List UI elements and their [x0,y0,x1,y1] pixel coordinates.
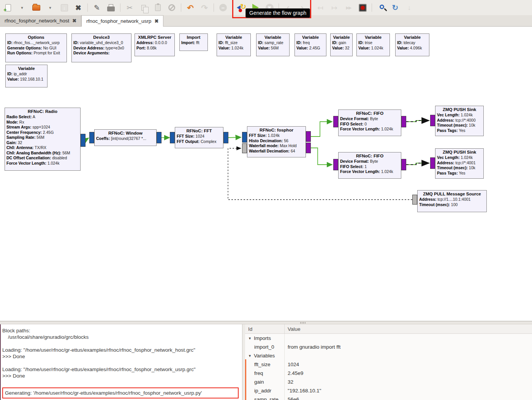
new-file-icon[interactable]: + [3,3,13,13]
close-tab-icon[interactable]: ✖ [154,18,158,24]
row-id: samp_rate [254,397,279,400]
flowgraph-canvas[interactable]: OptionsID: rfnoc_fos..._network_usrpGene… [0,27,532,321]
block-variable-samp-rate[interactable]: VariableID: samp_rateValue: 56M [256,33,290,56]
new-file-dropdown-icon[interactable]: ▾ [17,3,27,13]
undo-icon[interactable]: ↶ [185,3,195,13]
print-icon[interactable] [106,3,116,13]
plus-glyph: + [3,7,7,13]
block-variable-freq[interactable]: VariableID: freqValue: 2.45G [294,33,326,56]
block-title: Import [181,35,206,40]
block-zmq-pull-message-source[interactable]: ZMQ PULL Message SourceAddress: tcp://1.… [417,190,487,212]
gray-port[interactable] [412,195,417,205]
purple-port[interactable] [333,116,338,127]
table-row[interactable]: ▼Variables [245,351,532,360]
variables-scrollbar[interactable] [245,359,246,400]
block-rfnoc-fifo-1[interactable]: RFNoC: FIFODevice Format: ByteFIFO Selec… [338,152,401,179]
block-import[interactable]: ImportImport: fft [179,33,208,51]
block-param: Value: 2.45G [296,46,325,51]
purple-port[interactable] [401,159,406,170]
blue-port[interactable] [223,132,228,143]
fifo-connection-dash[interactable] [406,163,429,165]
edit-icon[interactable]: ✎ [92,3,102,13]
table-row[interactable]: fft_size1024 [245,360,532,369]
table-row[interactable]: ▼Imports [245,334,532,343]
stream-connection[interactable] [86,138,89,140]
row-id: Imports [254,335,271,341]
block-zmq-push-sink-0[interactable]: ZMQ PUSH SinkVec Length: 1.024kAddress: … [435,106,484,136]
reload-icon[interactable]: ↻ [390,3,400,13]
block-variable-gain[interactable]: VariableID: gainValue: 32 [330,33,353,56]
block-device3[interactable]: Device3ID: variable_uhd_device3_0Device … [71,33,131,62]
block-rfnoc-fft[interactable]: RFNoC: FFTFFT Size: 1024FFT Output: Comp… [175,127,223,148]
tab-rfnoc_fosphor_network_usrp[interactable]: rfnoc_fosphor_network_usrp✖ [81,15,163,27]
purple-port[interactable] [333,159,338,170]
block-title: RFNoC: FIFO [340,111,399,116]
block-variable-fft-size[interactable]: VariableID: fft_sizeValue: 1.024k [217,33,251,56]
search-icon[interactable] [376,3,386,13]
table-row[interactable]: gain32 [245,378,532,386]
param-label: Value: [258,46,270,50]
gray-port[interactable] [242,143,247,153]
stream-connection[interactable] [228,137,241,138]
block-zmq-push-sink-1[interactable]: ZMQ PUSH SinkVec Length: 1.024kAddress: … [435,148,484,179]
block-rfnoc-radio[interactable]: RFNoC: RadioRadio Select: AMode: RxStrea… [5,108,81,171]
block-param: FIFO Select: 0 [340,122,399,127]
block-param: Force Vector Length: 1.024k [340,169,399,175]
expander-triangle-icon[interactable]: ▼ [248,337,252,340]
blue-port[interactable] [242,132,247,143]
tab-rfnoc_fosphor_network_host[interactable]: rfnoc_fosphor_network_host✖ [0,15,81,26]
block-param: Value: 192.168.10.1 [7,77,46,82]
close-tab-icon[interactable]: ✖ [72,18,76,24]
block-rfnoc-fosphor[interactable]: RFNoC: fosphorFFT Size: 1.024kHisto Deci… [247,126,306,157]
reload-arrow-glyph: ↻ [392,4,399,11]
purple-port[interactable] [401,116,406,127]
param-label: ID: [332,40,337,45]
purple-port[interactable] [306,131,311,142]
horizontal-splitter[interactable] [0,321,532,324]
blue-port[interactable] [89,132,94,143]
disconnect-icon: ↦ [329,3,339,13]
blue-port[interactable] [170,132,175,143]
purple-port[interactable] [430,157,435,169]
param-label: Stream Args: [6,125,32,129]
block-param: Stream Args: spp=1024 [6,125,79,130]
param-label: ID: [397,40,402,45]
table-row[interactable]: samp_rate56e6 [245,395,532,400]
block-title: Variable [296,35,325,40]
splitter-grip[interactable] [300,322,306,324]
console-line: Loading: "/home/user/rfnoc/gr-ettus/exam… [2,366,240,373]
open-dropdown-icon[interactable]: ▾ [45,3,55,13]
param-label: Pass Tags: [437,128,458,133]
close-icon[interactable]: ✖ [73,3,83,13]
table-row[interactable]: import_0from gnuradio import fft [245,343,532,351]
stream-connection[interactable] [311,122,332,137]
stream-connection[interactable] [311,148,332,165]
block-variable-tdecay[interactable]: VariableID: tdecayValue: 4.096k [395,33,429,56]
block-param: Value: 1.024k [218,46,249,51]
block-options[interactable]: OptionsID: rfnoc_fos..._network_usrpGene… [5,33,67,62]
block-param: ID: rfnoc_fos..._network_usrp [7,40,65,46]
open-icon[interactable] [31,3,41,13]
block-param: Device Arguments: [73,51,130,56]
expander-triangle-icon[interactable]: ▼ [248,354,252,358]
purple-port[interactable] [306,143,311,153]
block-param: Device Format: Byte [340,159,399,164]
block-rfnoc-fifo-0[interactable]: RFNoC: FIFODevice Format: ByteFIFO Selec… [338,110,401,136]
fifo-connection[interactable] [406,163,429,165]
fifo-connection[interactable] [406,121,429,122]
block-param: ID: gain [332,40,351,46]
block-variable-ip-addr[interactable]: VariableID: ip_addrValue: 192.168.10.1 [5,65,48,87]
table-row[interactable]: freq2.45e9 [245,369,532,378]
blue-port[interactable] [157,132,162,143]
fifo-connection-dash[interactable] [406,121,429,122]
blue-port[interactable] [81,134,86,147]
kill-icon[interactable] [358,3,367,13]
block-param: Gain: 32 [6,140,79,146]
block-xmlrpc-server[interactable]: XMLRPC ServerAddress: 0.0.0.0Port: 8.08k [135,33,175,56]
block-variable-trise[interactable]: VariableID: triseValue: 1.024k [356,33,390,56]
purple-port[interactable] [430,115,435,126]
table-row[interactable]: ip_addr"192.168.10.1" [245,386,532,395]
block-rfnoc-window[interactable]: RFNoC: WindowCoeffs: [int(round(32767 *.… [94,129,157,146]
generate-icon[interactable]: ↻ [236,3,246,13]
cut-icon: ✂ [125,3,135,13]
